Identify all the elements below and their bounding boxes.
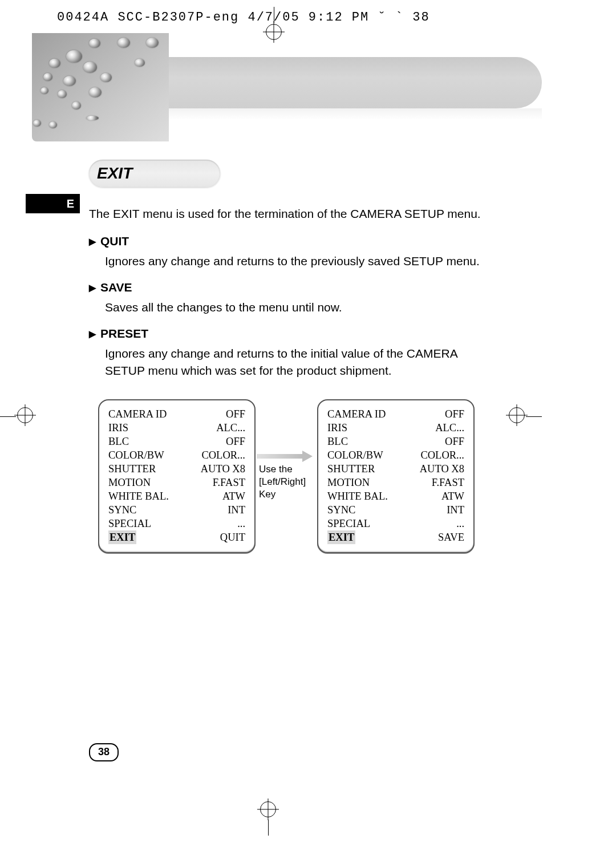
print-header: 00424A SCC-B2307P-eng 4/7/05 9:12 PM ˘ `… — [57, 10, 430, 25]
hint-line: Use the — [259, 463, 314, 476]
menu-row: COLOR/BWCOLOR... — [327, 448, 464, 462]
item-desc-quit: Ignores any change and returns to the pr… — [105, 253, 488, 270]
menu-row: SYNCINT — [327, 503, 464, 517]
bubble-artwork — [32, 33, 169, 141]
registration-mark-icon — [260, 801, 276, 817]
hint-line: Key — [259, 488, 314, 501]
menu-row: IRISALC... — [108, 421, 245, 435]
menu-row: SPECIAL... — [327, 517, 464, 530]
menu-row: CAMERA IDOFF — [108, 407, 245, 421]
menu-panel-left: CAMERA IDOFF IRISALC... BLCOFF COLOR/BWC… — [98, 399, 256, 553]
registration-mark-icon — [266, 24, 282, 40]
registration-mark-icon — [509, 407, 525, 423]
menu-row-exit: EXITQUIT — [108, 530, 245, 544]
menu-row: SYNCINT — [108, 503, 245, 517]
menu-row: MOTIONF.FAST — [108, 476, 245, 489]
menu-row-exit: EXITSAVE — [327, 530, 464, 544]
item-head-quit: QUIT — [89, 233, 488, 250]
exit-highlight: EXIT — [108, 530, 136, 544]
cropmark-left — [0, 399, 34, 433]
arrow-hint: Use the [Left/Right] Key — [259, 452, 314, 501]
exit-highlight: EXIT — [327, 530, 355, 544]
section-title: EXIT — [97, 164, 132, 183]
menu-row: IRISALC... — [327, 421, 464, 435]
menu-row: BLCOFF — [108, 435, 245, 448]
page-number: 38 — [89, 743, 119, 761]
menu-row: BLCOFF — [327, 435, 464, 448]
section-title-pill: EXIT — [89, 160, 220, 187]
item-desc-preset: Ignores any change and returns to the in… — [105, 345, 488, 380]
menu-row: SHUTTERAUTO X8 — [108, 462, 245, 476]
item-head-save: SAVE — [89, 279, 488, 296]
language-tab: E — [26, 194, 80, 213]
menu-row: SHUTTERAUTO X8 — [327, 462, 464, 476]
menu-row: MOTIONF.FAST — [327, 476, 464, 489]
menu-panels: CAMERA IDOFF IRISALC... BLCOFF COLOR/BWC… — [98, 399, 475, 553]
menu-panel-right: CAMERA IDOFF IRISALC... BLCOFF COLOR/BWC… — [317, 399, 475, 553]
cropmark-right — [508, 399, 542, 433]
body-text: The EXIT menu is used for the terminatio… — [89, 205, 488, 389]
item-head-preset: PRESET — [89, 325, 488, 342]
item-desc-save: Saves all the changes to the menu until … — [105, 299, 488, 316]
menu-row: WHITE BAL.ATW — [108, 489, 245, 503]
menu-row: SPECIAL... — [108, 517, 245, 530]
menu-row: WHITE BAL.ATW — [327, 489, 464, 503]
registration-mark-icon — [17, 407, 33, 423]
menu-row: COLOR/BWCOLOR... — [108, 448, 245, 462]
menu-row: CAMERA IDOFF — [327, 407, 464, 421]
cropmark-bottom — [251, 801, 285, 836]
arrow-right-icon — [257, 452, 314, 461]
intro-text: The EXIT menu is used for the terminatio… — [89, 205, 488, 222]
hint-line: [Left/Right] — [259, 476, 314, 488]
